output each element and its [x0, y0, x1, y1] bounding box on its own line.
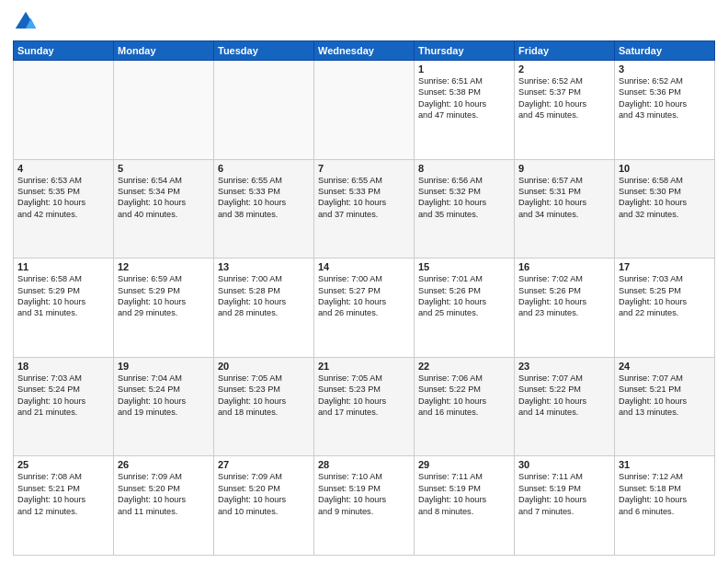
day-number: 3 — [619, 63, 711, 75]
day-header: Monday — [114, 41, 214, 61]
day-number: 7 — [318, 163, 410, 174]
day-number: 12 — [118, 261, 210, 272]
day-number: 2 — [518, 63, 610, 75]
day-number: 23 — [518, 361, 610, 372]
day-info: Sunrise: 7:10 AM Sunset: 5:19 PM Dayligh… — [318, 471, 410, 517]
day-info: Sunrise: 7:00 AM Sunset: 5:27 PM Dayligh… — [318, 273, 410, 319]
day-info: Sunrise: 6:57 AM Sunset: 5:31 PM Dayligh… — [518, 175, 610, 221]
calendar-cell: 18Sunrise: 7:03 AM Sunset: 5:24 PM Dayli… — [14, 357, 114, 456]
calendar-cell: 5Sunrise: 6:54 AM Sunset: 5:34 PM Daylig… — [114, 159, 214, 259]
calendar-cell: 29Sunrise: 7:11 AM Sunset: 5:19 PM Dayli… — [415, 456, 515, 556]
day-info: Sunrise: 7:04 AM Sunset: 5:24 PM Dayligh… — [118, 373, 210, 419]
day-info: Sunrise: 7:11 AM Sunset: 5:19 PM Dayligh… — [418, 471, 510, 517]
calendar-cell: 3Sunrise: 6:52 AM Sunset: 5:36 PM Daylig… — [615, 61, 715, 160]
day-info: Sunrise: 7:05 AM Sunset: 5:23 PM Dayligh… — [218, 373, 310, 419]
calendar-cell: 20Sunrise: 7:05 AM Sunset: 5:23 PM Dayli… — [214, 357, 314, 456]
logo-icon — [13, 9, 39, 35]
calendar-cell: 17Sunrise: 7:03 AM Sunset: 5:25 PM Dayli… — [615, 259, 715, 358]
calendar-cell: 22Sunrise: 7:06 AM Sunset: 5:22 PM Dayli… — [415, 357, 515, 456]
calendar-cell: 14Sunrise: 7:00 AM Sunset: 5:27 PM Dayli… — [314, 259, 415, 358]
day-number: 27 — [218, 459, 310, 470]
calendar-cell: 24Sunrise: 7:07 AM Sunset: 5:21 PM Dayli… — [615, 357, 715, 456]
day-number: 9 — [518, 163, 610, 174]
calendar-cell: 27Sunrise: 7:09 AM Sunset: 5:20 PM Dayli… — [214, 456, 314, 556]
calendar-cell: 9Sunrise: 6:57 AM Sunset: 5:31 PM Daylig… — [515, 159, 615, 259]
day-info: Sunrise: 7:09 AM Sunset: 5:20 PM Dayligh… — [118, 471, 210, 517]
day-number: 26 — [118, 459, 210, 470]
logo — [13, 9, 40, 35]
day-number: 16 — [518, 261, 610, 272]
day-info: Sunrise: 7:07 AM Sunset: 5:22 PM Dayligh… — [518, 373, 610, 419]
day-info: Sunrise: 7:03 AM Sunset: 5:24 PM Dayligh… — [17, 373, 109, 419]
calendar-cell: 2Sunrise: 6:52 AM Sunset: 5:37 PM Daylig… — [515, 61, 615, 160]
day-header: Friday — [515, 41, 615, 61]
calendar-cell: 4Sunrise: 6:53 AM Sunset: 5:35 PM Daylig… — [14, 159, 114, 259]
day-number: 1 — [418, 63, 510, 75]
day-info: Sunrise: 7:07 AM Sunset: 5:21 PM Dayligh… — [619, 373, 711, 419]
day-info: Sunrise: 7:09 AM Sunset: 5:20 PM Dayligh… — [218, 471, 310, 517]
calendar-cell: 6Sunrise: 6:55 AM Sunset: 5:33 PM Daylig… — [214, 159, 314, 259]
calendar-cell — [114, 61, 214, 160]
day-info: Sunrise: 7:00 AM Sunset: 5:28 PM Dayligh… — [218, 273, 310, 319]
day-info: Sunrise: 7:06 AM Sunset: 5:22 PM Dayligh… — [418, 373, 510, 419]
header — [13, 9, 715, 35]
calendar-cell: 31Sunrise: 7:12 AM Sunset: 5:18 PM Dayli… — [615, 456, 715, 556]
calendar: SundayMondayTuesdayWednesdayThursdayFrid… — [13, 40, 715, 556]
day-info: Sunrise: 6:52 AM Sunset: 5:36 PM Dayligh… — [619, 75, 711, 121]
day-number: 15 — [418, 261, 510, 272]
day-info: Sunrise: 6:59 AM Sunset: 5:29 PM Dayligh… — [118, 273, 210, 319]
calendar-cell — [14, 61, 114, 160]
day-number: 22 — [418, 361, 510, 372]
calendar-cell: 15Sunrise: 7:01 AM Sunset: 5:26 PM Dayli… — [415, 259, 515, 358]
calendar-cell: 13Sunrise: 7:00 AM Sunset: 5:28 PM Dayli… — [214, 259, 314, 358]
day-number: 29 — [418, 459, 510, 470]
day-number: 28 — [318, 459, 410, 470]
day-info: Sunrise: 7:12 AM Sunset: 5:18 PM Dayligh… — [619, 471, 711, 517]
calendar-cell: 1Sunrise: 6:51 AM Sunset: 5:38 PM Daylig… — [415, 61, 515, 160]
day-number: 21 — [318, 361, 410, 372]
calendar-week-row: 11Sunrise: 6:58 AM Sunset: 5:29 PM Dayli… — [14, 259, 715, 358]
calendar-cell: 28Sunrise: 7:10 AM Sunset: 5:19 PM Dayli… — [314, 456, 415, 556]
calendar-cell: 30Sunrise: 7:11 AM Sunset: 5:19 PM Dayli… — [515, 456, 615, 556]
calendar-cell — [214, 61, 314, 160]
day-number: 11 — [17, 261, 109, 272]
day-header: Sunday — [14, 41, 114, 61]
day-info: Sunrise: 7:03 AM Sunset: 5:25 PM Dayligh… — [619, 273, 711, 319]
page: SundayMondayTuesdayWednesdayThursdayFrid… — [0, 0, 728, 563]
day-info: Sunrise: 6:55 AM Sunset: 5:33 PM Dayligh… — [318, 175, 410, 221]
calendar-week-row: 1Sunrise: 6:51 AM Sunset: 5:38 PM Daylig… — [14, 61, 715, 160]
day-number: 19 — [118, 361, 210, 372]
day-number: 5 — [118, 163, 210, 174]
day-number: 6 — [218, 163, 310, 174]
day-info: Sunrise: 6:58 AM Sunset: 5:29 PM Dayligh… — [17, 273, 109, 319]
calendar-cell — [314, 61, 415, 160]
day-number: 8 — [418, 163, 510, 174]
calendar-header-row: SundayMondayTuesdayWednesdayThursdayFrid… — [14, 41, 715, 61]
day-number: 20 — [218, 361, 310, 372]
calendar-cell: 26Sunrise: 7:09 AM Sunset: 5:20 PM Dayli… — [114, 456, 214, 556]
day-header: Thursday — [415, 41, 515, 61]
day-info: Sunrise: 6:52 AM Sunset: 5:37 PM Dayligh… — [518, 75, 610, 121]
day-number: 10 — [619, 163, 711, 174]
day-number: 25 — [17, 459, 109, 470]
day-info: Sunrise: 7:11 AM Sunset: 5:19 PM Dayligh… — [518, 471, 610, 517]
day-number: 14 — [318, 261, 410, 272]
day-number: 4 — [17, 163, 109, 174]
day-info: Sunrise: 7:01 AM Sunset: 5:26 PM Dayligh… — [418, 273, 510, 319]
day-info: Sunrise: 6:54 AM Sunset: 5:34 PM Dayligh… — [118, 175, 210, 221]
day-number: 13 — [218, 261, 310, 272]
calendar-cell: 23Sunrise: 7:07 AM Sunset: 5:22 PM Dayli… — [515, 357, 615, 456]
day-header: Saturday — [615, 41, 715, 61]
day-number: 30 — [518, 459, 610, 470]
day-info: Sunrise: 6:55 AM Sunset: 5:33 PM Dayligh… — [218, 175, 310, 221]
calendar-week-row: 18Sunrise: 7:03 AM Sunset: 5:24 PM Dayli… — [14, 357, 715, 456]
calendar-cell: 21Sunrise: 7:05 AM Sunset: 5:23 PM Dayli… — [314, 357, 415, 456]
calendar-cell: 25Sunrise: 7:08 AM Sunset: 5:21 PM Dayli… — [14, 456, 114, 556]
calendar-cell: 16Sunrise: 7:02 AM Sunset: 5:26 PM Dayli… — [515, 259, 615, 358]
day-info: Sunrise: 6:51 AM Sunset: 5:38 PM Dayligh… — [418, 75, 510, 121]
day-header: Tuesday — [214, 41, 314, 61]
day-number: 18 — [17, 361, 109, 372]
calendar-cell: 8Sunrise: 6:56 AM Sunset: 5:32 PM Daylig… — [415, 159, 515, 259]
day-info: Sunrise: 7:08 AM Sunset: 5:21 PM Dayligh… — [17, 471, 109, 517]
calendar-week-row: 4Sunrise: 6:53 AM Sunset: 5:35 PM Daylig… — [14, 159, 715, 259]
